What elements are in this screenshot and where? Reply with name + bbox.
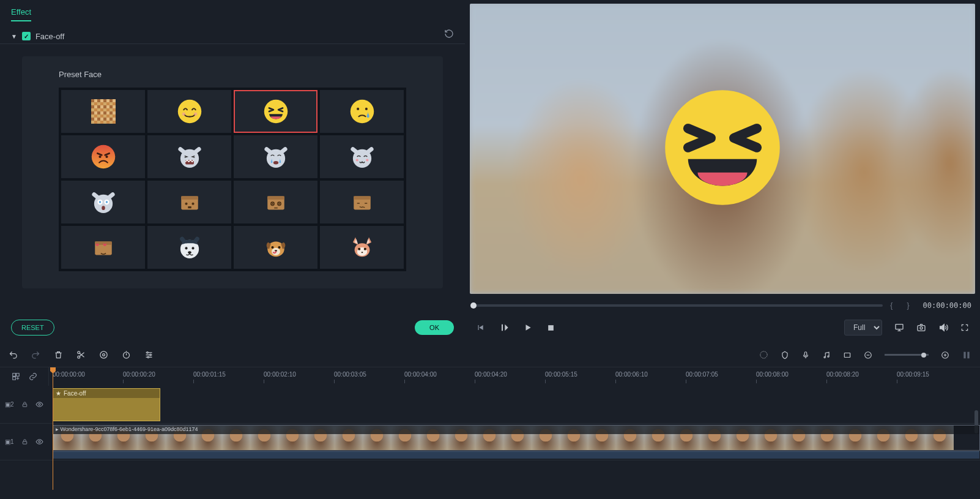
voiceover-icon[interactable] [801,351,810,359]
preview-quality-select[interactable]: Full [844,320,882,336]
svg-rect-24 [181,196,198,200]
delete-icon[interactable] [54,350,63,359]
preset-box-love[interactable] [61,226,145,269]
link-icon[interactable] [29,372,37,381]
timeline-ruler[interactable]: 00:00:00:0000:00:00:2000:00:01:1500:00:0… [49,367,980,386]
lock-icon[interactable] [21,401,28,408]
laughing-emoji-icon [262,98,289,125]
preset-laughing[interactable] [234,90,317,133]
reset-button[interactable]: RESET [11,320,54,336]
zoom-knob[interactable] [921,353,926,358]
visibility-icon[interactable] [35,438,43,446]
render-icon[interactable] [759,350,768,359]
ruler-tick: 00:00:06:10 [615,371,648,378]
seek-knob[interactable] [470,302,477,309]
svg-point-7 [91,145,115,169]
svg-point-10 [180,149,198,168]
svg-rect-66 [804,351,807,355]
effect-panel: Effect ▼ ✓ Face-off Preset Face [0,0,465,343]
crop-view-icon[interactable] [843,351,852,359]
volume-icon[interactable] [938,323,948,332]
split-icon[interactable] [76,350,86,359]
revert-icon[interactable] [444,29,454,43]
svg-rect-27 [188,206,191,208]
preset-husky[interactable] [147,226,231,269]
ruler-tick: 00:00:04:20 [475,371,507,378]
preset-cat-tears[interactable] [234,135,317,178]
svg-point-62 [147,352,149,354]
mosaic-icon [91,99,116,124]
ruler-tick: 00:00:01:15 [193,371,226,378]
redo-icon[interactable] [31,350,40,359]
preset-crying[interactable] [320,90,404,133]
preset-box-surprised[interactable] [147,181,231,223]
zoom-out-icon[interactable] [864,351,872,359]
star-icon: ★ [56,390,61,397]
audio-mixer-icon[interactable] [822,351,831,359]
tab-effect[interactable]: Effect [11,7,31,21]
play-pause-icon[interactable] [499,323,509,332]
undo-icon[interactable] [9,350,18,359]
svg-rect-76 [12,377,15,380]
svg-point-41 [188,251,191,253]
stop-icon[interactable] [547,324,555,332]
preset-cat-roar[interactable] [147,135,231,178]
marker-icon[interactable] [781,351,789,359]
svg-point-12 [266,149,284,168]
track-label-fx: ▣2 [5,401,14,408]
clip-video[interactable]: ▸ Wondershare-9cc078f6-6eb1-4469-91ea-a0… [53,425,980,451]
svg-point-45 [278,246,280,249]
zoom-slider[interactable] [885,354,929,356]
svg-point-14 [352,149,371,168]
zoom-in-icon[interactable] [941,351,949,359]
visibility-icon[interactable] [35,400,43,408]
svg-point-50 [363,248,366,250]
mark-braces[interactable]: { } [890,301,915,310]
clip-audio-strip[interactable] [53,451,979,459]
fullscreen-icon[interactable] [960,323,969,332]
preset-cat-smile[interactable] [320,135,404,178]
svg-point-16 [366,159,368,161]
clip-faceoff[interactable]: ★Face-off [53,388,160,421]
speed-icon[interactable] [122,350,131,359]
preset-puppy[interactable] [234,226,317,269]
add-track-icon[interactable] [12,372,20,381]
svg-rect-35 [365,203,367,203]
zoom-fit-icon[interactable] [962,350,971,360]
svg-point-59 [100,351,107,358]
svg-point-2 [193,112,197,116]
faceoff-checkbox[interactable]: ✓ [22,32,31,40]
ruler-tick: 00:00:02:10 [264,371,296,378]
preset-box-dazed[interactable] [234,181,317,223]
preset-fennec[interactable] [320,226,404,269]
play-icon[interactable] [524,323,532,332]
svg-point-22 [102,206,105,210]
cat-tears-icon [262,143,289,170]
svg-point-21 [105,201,107,203]
svg-point-52 [665,90,780,205]
preset-smile[interactable] [147,90,231,133]
preset-angry[interactable] [61,135,145,178]
preset-mosaic[interactable] [61,90,145,133]
lock-icon[interactable] [21,438,28,445]
step-back-icon[interactable] [476,323,484,332]
fennec-icon [349,234,376,261]
ok-button[interactable]: OK [415,320,454,335]
preset-cat-shocked[interactable] [61,181,145,223]
svg-point-39 [185,247,187,249]
timeline-panel: 00:00:00:0000:00:00:2000:00:01:1500:00:0… [0,343,980,499]
snapshot-icon[interactable] [916,323,926,332]
crop-icon[interactable] [99,350,108,359]
playhead[interactable] [53,367,53,490]
ruler-tick: 00:00:09:15 [897,371,929,378]
adjust-icon[interactable] [144,350,154,359]
section-faceoff-header[interactable]: ▼ ✓ Face-off [0,21,465,44]
svg-rect-73 [967,351,969,358]
preset-face-label: Preset Face [59,70,406,79]
video-preview[interactable] [470,4,975,294]
display-icon[interactable] [894,323,904,332]
preset-box-uneasy[interactable] [320,181,404,223]
svg-rect-53 [548,325,554,331]
seek-bar[interactable] [473,304,883,307]
svg-rect-75 [16,373,19,377]
